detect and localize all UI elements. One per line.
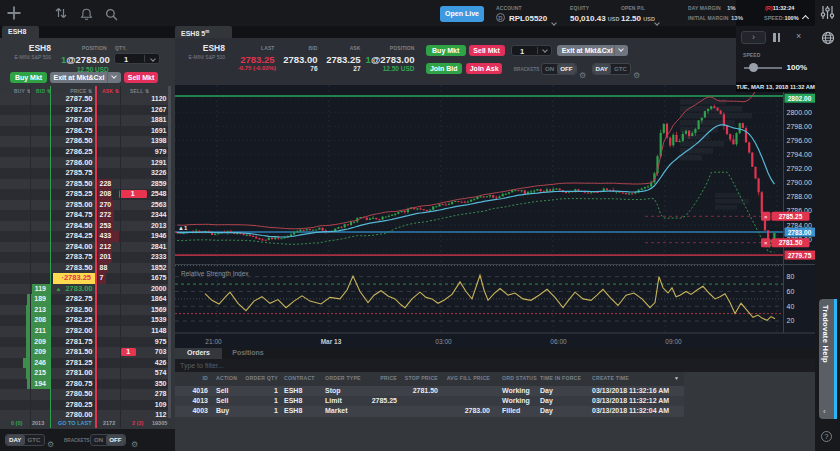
svg-text:2781.50: 2781.50 (779, 239, 803, 246)
svg-text:×: × (764, 214, 768, 220)
svg-text:03:00: 03:00 (435, 338, 452, 345)
svg-text:2794.00: 2794.00 (787, 151, 812, 158)
svg-text:06:00: 06:00 (550, 338, 567, 345)
svg-text:2800.00: 2800.00 (787, 109, 812, 116)
svg-text:2790.00: 2790.00 (787, 179, 812, 186)
svg-text:80: 80 (787, 273, 795, 280)
svg-text:Mar 13: Mar 13 (321, 338, 342, 345)
svg-text:2792.00: 2792.00 (787, 165, 812, 172)
svg-text:2796.00: 2796.00 (787, 137, 812, 144)
svg-text:2802.00: 2802.00 (788, 95, 812, 102)
svg-text:2785.25: 2785.25 (779, 213, 803, 220)
svg-text:09:00: 09:00 (665, 338, 682, 345)
svg-text:60: 60 (787, 288, 795, 295)
svg-text:2784.00: 2784.00 (787, 222, 812, 229)
svg-text:2783.00: 2783.00 (788, 229, 812, 236)
svg-text:×: × (764, 240, 768, 246)
svg-text:2779.75: 2779.75 (788, 252, 812, 259)
svg-text:2798.00: 2798.00 (787, 123, 812, 130)
svg-text:Relative Strength Index: Relative Strength Index (181, 270, 249, 278)
svg-text:21:00: 21:00 (205, 338, 222, 345)
svg-text:2788.00: 2788.00 (787, 193, 812, 200)
svg-text:20: 20 (787, 317, 795, 324)
svg-text:▲1: ▲1 (178, 225, 188, 231)
svg-text:40: 40 (787, 303, 795, 310)
